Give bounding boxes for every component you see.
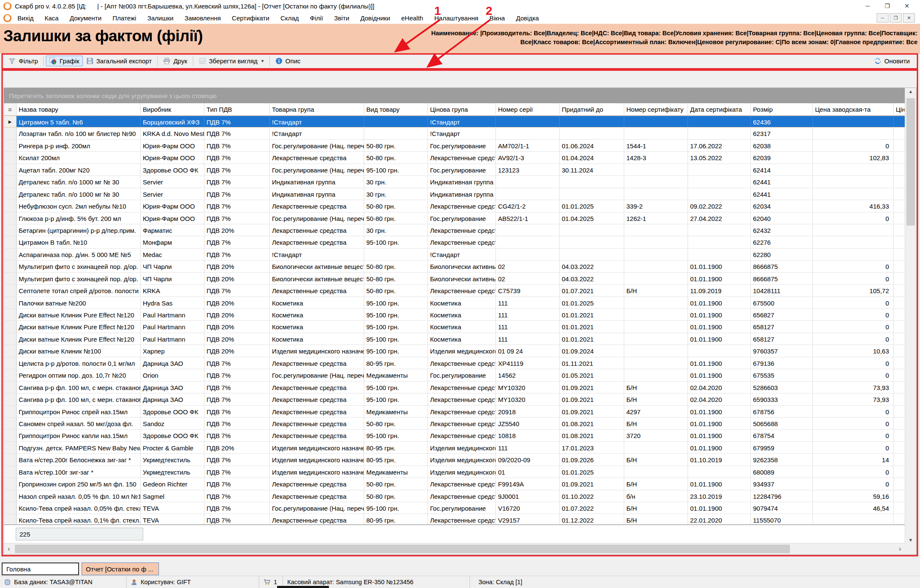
grid-cell[interactable]: AM702/1-1 (496, 140, 560, 151)
grid-cell[interactable] (894, 285, 905, 296)
grid-cell[interactable]: 01.09.2021 (560, 382, 624, 393)
grid-cell[interactable]: Мультигрип фито с эхинацеей пор. д/ор. (17, 273, 141, 284)
grid-cell[interactable]: 01.01.2025 (560, 297, 624, 308)
grid-cell[interactable]: 0 (813, 140, 894, 151)
grid-cell[interactable]: Назол спрей назал. 0,05 % фл. 10 мл №1 (17, 490, 141, 502)
grid-cell[interactable]: 50-80 грн. (364, 478, 428, 489)
grid-cell[interactable] (496, 224, 560, 236)
grid-cell[interactable]: 02.04.2020 (688, 382, 751, 393)
grid-cell[interactable] (894, 176, 905, 187)
grid-cell[interactable]: Косметика (428, 297, 496, 308)
grid-cell[interactable]: Изделия медицинского (428, 466, 496, 478)
grid-cell[interactable] (624, 273, 688, 284)
grid-cell[interactable]: 01.01.1900 (688, 333, 751, 345)
grid-cell[interactable]: Гос.регулирование (428, 369, 496, 381)
grid-cell[interactable]: 102,83 (813, 152, 894, 163)
grid-cell[interactable]: Лекарственные средства (270, 478, 364, 489)
grid-cell[interactable]: 02.04.2020 (688, 393, 751, 405)
grid-cell[interactable]: Б/Н (624, 514, 688, 524)
grid-cell[interactable]: MY10320 (496, 393, 560, 405)
grid-cell[interactable] (894, 309, 905, 320)
grid-cell[interactable]: 01 09 24 (496, 345, 560, 356)
grid-cell[interactable]: Гос.регулирование (428, 140, 496, 151)
grid-cell[interactable]: 656827 (751, 309, 813, 320)
grid-cell[interactable] (813, 116, 894, 127)
grid-cell[interactable]: ПДВ 20% (204, 273, 270, 284)
column-header[interactable]: Придатний до (560, 103, 624, 115)
grid-cell[interactable] (894, 490, 905, 502)
tab-report[interactable]: Отчет [Остатки по ф ... (82, 563, 159, 575)
table-row[interactable]: Рингера р-р инф. 200млЮрия-Фарм ОООПДВ 7… (4, 140, 905, 152)
grid-cell[interactable] (813, 514, 894, 524)
grid-cell[interactable]: Сангива р-р фл. 100 мл, с мерн. стаканом (17, 382, 141, 393)
row-selector-cell[interactable] (4, 466, 17, 478)
scroll-left-icon[interactable]: ‹ (4, 544, 14, 554)
grid-cell[interactable]: 62276 (751, 236, 813, 248)
table-row[interactable]: Сангива р-р фл. 100 мл, с мерн. стаканом… (4, 382, 905, 393)
grid-cell[interactable]: 27.04.2022 (688, 212, 751, 224)
grid-cell[interactable] (894, 140, 905, 151)
grid-cell[interactable]: 02 (496, 273, 560, 284)
grid-cell[interactable]: 01.10.2019 (688, 454, 751, 465)
grid-cell[interactable]: 01.01.1900 (688, 369, 751, 381)
grid-cell[interactable] (894, 297, 905, 308)
grid-cell[interactable]: 95-100 грн. (364, 321, 428, 332)
grid-cell[interactable] (894, 406, 905, 417)
grid-cell[interactable] (624, 321, 688, 332)
grid-cell[interactable]: 62441 (751, 176, 813, 187)
grid-cell[interactable] (688, 249, 751, 260)
menu-item-14[interactable]: Вікна (490, 14, 505, 22)
grid-cell[interactable]: C75739 (496, 285, 560, 296)
grid-cell[interactable]: Биологически активные вещества (270, 273, 364, 284)
grid-cell[interactable] (894, 345, 905, 356)
grid-cell[interactable] (813, 127, 894, 139)
row-selector-cell[interactable] (4, 430, 17, 441)
grid-cell[interactable] (560, 188, 624, 200)
minimize-button-icon[interactable]: ─ (858, 3, 878, 9)
grid-cell[interactable]: Sandoz (141, 418, 204, 429)
grid-cell[interactable]: 0 (813, 321, 894, 332)
grid-cell[interactable]: Детралекс табл. п/о 1000 мг № 30 (17, 176, 141, 187)
grid-cell[interactable]: 01.01.1900 (688, 309, 751, 320)
grid-cell[interactable] (688, 127, 751, 139)
grid-cell[interactable]: 679136 (751, 357, 813, 369)
row-selector-cell[interactable] (4, 478, 17, 489)
grid-cell[interactable]: Косметика (428, 321, 496, 332)
grid-cell[interactable] (894, 152, 905, 163)
table-row[interactable]: Ксило-Тева спрей назал. 0,1% фл. стекл.T… (4, 514, 905, 524)
grid-cell[interactable]: 0 (813, 273, 894, 284)
grid-cell[interactable]: ПДВ 20% (204, 321, 270, 332)
table-row[interactable]: Ксило-Тева спрей назал. 0,05% фл. стекл.… (4, 502, 905, 514)
grid-cell[interactable]: 111 (496, 442, 560, 453)
grid-cell[interactable]: 95-100 грн. (364, 382, 428, 393)
grid-cell[interactable]: ПДВ 7% (204, 430, 270, 441)
grid-cell[interactable]: 50-80 грн. (364, 152, 428, 163)
grid-cell[interactable]: Лекарственные средства (270, 490, 364, 502)
grid-cell[interactable]: Изделия медицинского назначения (270, 454, 364, 465)
grid-cell[interactable]: Детралекс табл. п/о 1000 мг № 30 (17, 188, 141, 200)
grid-cell[interactable]: 62034 (751, 200, 813, 212)
tab-home[interactable]: Головна (2, 563, 79, 575)
grid-cell[interactable]: Юрия-Фарм ООО (141, 200, 204, 212)
grid-cell[interactable]: 123123 (496, 164, 560, 175)
grid-cell[interactable]: ПДВ 7% (204, 357, 270, 369)
table-row[interactable]: Целиста р-р д/ротов. полости 0,1 мг/млДа… (4, 357, 905, 369)
grid-cell[interactable]: 01.04.2025 (560, 212, 624, 224)
grid-cell[interactable] (894, 333, 905, 345)
grid-cell[interactable]: 20918 (496, 406, 560, 417)
grid-cell[interactable] (894, 466, 905, 478)
grid-cell[interactable]: ПДВ 20% (204, 224, 270, 236)
grid-cell[interactable] (560, 236, 624, 248)
grid-cell[interactable]: 10,63 (813, 345, 894, 356)
grid-cell[interactable]: Лекарственные средства (270, 285, 364, 296)
row-selector-cell[interactable] (4, 406, 17, 417)
grid-cell[interactable] (813, 236, 894, 248)
grid-cell[interactable]: 0 (813, 212, 894, 224)
grid-cell[interactable]: Здоровье ООО ФК (141, 406, 204, 417)
grid-cell[interactable]: Рингера р-р инф. 200мл (17, 140, 141, 151)
grid-cell[interactable]: 30 грн. (364, 176, 428, 187)
grid-cell[interactable]: 111 (496, 297, 560, 308)
column-header[interactable]: Номер сертифікату (624, 103, 688, 115)
grid-cell[interactable]: 10818 (496, 430, 560, 441)
row-selector-cell[interactable] (4, 297, 17, 308)
